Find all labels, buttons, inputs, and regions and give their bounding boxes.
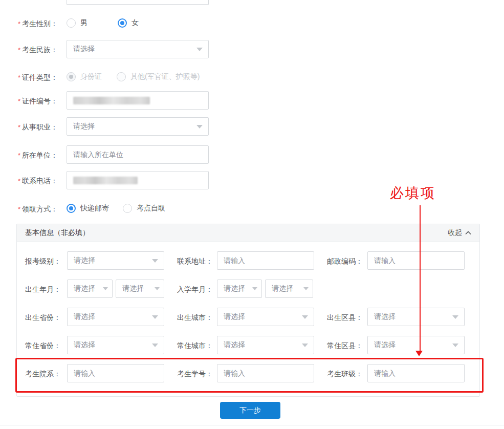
delivery-label: *领取方式：: [18, 205, 58, 214]
select-placeholder: 请选择: [74, 312, 95, 321]
chevron-down-icon: [252, 287, 257, 290]
chevron-down-icon: [452, 344, 458, 347]
delivery-option-express[interactable]: 快递邮寄: [67, 204, 123, 213]
id-type-option-other: 其他(军官证、护照等): [117, 72, 200, 81]
resident-province-label: 常住省份：: [25, 341, 61, 351]
chevron-down-icon: [302, 344, 308, 347]
collapse-label: 收起: [448, 228, 462, 238]
radio-option-label: 男: [80, 18, 87, 28]
required-asterisk: *: [18, 74, 20, 81]
required-highlight-box: [15, 358, 484, 393]
birth-city-label: 出生城市：: [177, 313, 213, 323]
id-type-option-idcard: 身份证: [67, 72, 117, 81]
postcode-label: 邮政编码：: [327, 257, 363, 266]
select-placeholder: 请选择: [122, 284, 144, 293]
gender-option-female[interactable]: 女: [118, 18, 139, 28]
id-type-label: *证件类型：: [18, 73, 58, 82]
radio-option-label: 身份证: [80, 72, 102, 81]
gender-label: *考生性别：: [18, 19, 58, 29]
birth-county-select[interactable]: 请选择: [367, 308, 465, 326]
radio-checked-icon[interactable]: [67, 204, 76, 213]
birth-city-select[interactable]: 请选择: [217, 308, 314, 326]
required-asterisk: *: [18, 152, 20, 159]
occupation-select[interactable]: 请选择: [67, 117, 209, 136]
chevron-down-icon: [452, 315, 458, 319]
address-input[interactable]: [217, 251, 314, 270]
phone-label: *联系电话：: [18, 177, 58, 186]
select-placeholder: 请选择: [224, 340, 245, 350]
select-placeholder: 请选择: [374, 340, 396, 350]
select-placeholder: 请选择: [272, 284, 293, 293]
postcode-input[interactable]: [367, 251, 465, 270]
bottom-divider: [0, 425, 504, 425]
next-step-button[interactable]: 下一步: [220, 402, 280, 419]
chevron-down-icon: [196, 125, 203, 128]
birth-ym-label: 出生年月：: [25, 285, 61, 294]
id-number-label: *证件编号：: [18, 97, 58, 106]
address-label: 联系地址：: [177, 257, 213, 266]
censored-value: [73, 177, 138, 184]
required-asterisk: *: [18, 123, 20, 131]
birth-month-select[interactable]: 请选择: [116, 280, 164, 298]
chevron-down-icon: [155, 287, 160, 290]
panel-title: 基本信息（非必填）: [25, 228, 90, 238]
select-placeholder: 请选择: [74, 256, 95, 265]
resident-county-label: 常住区县：: [327, 341, 363, 351]
id-number-input[interactable]: [67, 91, 209, 110]
censored-value: [73, 97, 150, 104]
resident-city-select[interactable]: 请选择: [217, 336, 314, 354]
required-asterisk: *: [18, 46, 20, 54]
radio-option-label: 快递邮寄: [80, 204, 109, 213]
employer-input[interactable]: [67, 145, 209, 164]
chevron-down-icon: [152, 259, 158, 263]
phone-input[interactable]: [67, 171, 209, 189]
gender-radio-group: 男 女: [67, 18, 139, 28]
employer-label: *所在单位：: [18, 151, 58, 160]
select-placeholder: 请选择: [74, 284, 95, 293]
resident-province-select[interactable]: 请选择: [67, 336, 164, 354]
level-select[interactable]: 请选择: [67, 251, 164, 270]
select-placeholder: 请选择: [73, 122, 95, 131]
radio-unchecked-icon[interactable]: [67, 18, 76, 28]
radio-option-label: 女: [132, 18, 139, 28]
resident-city-label: 常住城市：: [177, 341, 213, 351]
delivery-option-pickup[interactable]: 考点自取: [123, 204, 165, 213]
occupation-label: *从事职业：: [18, 123, 58, 132]
radio-checked-icon[interactable]: [118, 18, 127, 28]
birth-province-select[interactable]: 请选择: [67, 308, 164, 326]
chevron-down-icon: [103, 287, 108, 290]
annotation-arrow-head-icon: [415, 351, 423, 356]
enroll-ym-label: 入学年月：: [177, 285, 213, 294]
gender-option-male[interactable]: 男: [67, 18, 118, 28]
panel-header: 基本信息（非必填） 收起: [17, 224, 479, 242]
delivery-radio-group: 快递邮寄 考点自取: [67, 204, 165, 213]
chevron-down-icon: [302, 315, 308, 319]
chevron-down-icon: [152, 315, 158, 319]
radio-option-label: 考点自取: [137, 204, 165, 213]
select-placeholder: 请选择: [224, 284, 245, 293]
required-asterisk: *: [18, 97, 20, 105]
select-placeholder: 请选择: [374, 312, 396, 321]
radio-option-label: 其他(军官证、护照等): [130, 72, 200, 81]
radio-unchecked-icon[interactable]: [123, 204, 132, 213]
birth-province-label: 出生省份：: [25, 313, 61, 323]
required-asterisk: *: [18, 205, 20, 213]
enroll-month-select[interactable]: 请选择: [265, 280, 313, 298]
partial-top-input[interactable]: [67, 0, 209, 5]
collapse-toggle[interactable]: 收起: [448, 228, 471, 238]
chevron-down-icon: [152, 344, 158, 347]
enroll-year-select[interactable]: 请选择: [217, 280, 262, 298]
birth-year-select[interactable]: 请选择: [67, 280, 113, 298]
id-type-radio-group: 身份证 其他(军官证、护照等): [67, 72, 200, 81]
select-placeholder: 请选择: [224, 312, 245, 321]
required-asterisk: *: [18, 177, 20, 185]
chevron-down-icon: [303, 287, 309, 290]
required-annotation-text: 必填项: [390, 184, 436, 202]
ethnicity-select[interactable]: 请选择: [67, 40, 209, 58]
radio-disabled-icon: [117, 72, 126, 81]
radio-disabled-checked-icon: [67, 72, 76, 81]
select-placeholder: 请选择: [74, 340, 95, 350]
required-asterisk: *: [18, 20, 20, 28]
chevron-up-icon: [465, 231, 471, 235]
annotation-arrow-line: [420, 205, 421, 351]
